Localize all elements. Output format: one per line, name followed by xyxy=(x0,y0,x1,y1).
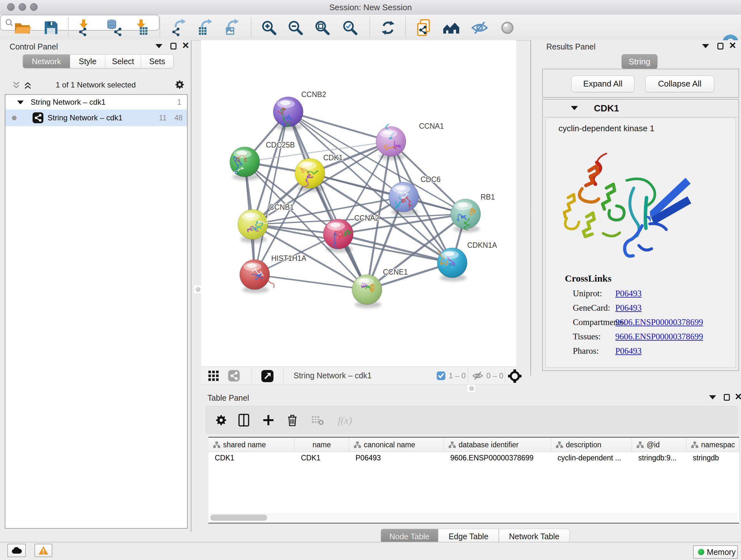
network-from-selection-icon[interactable] xyxy=(414,18,433,37)
hidden-eye-slash-icon xyxy=(472,371,484,382)
toolbar-separator xyxy=(68,17,69,37)
network-graph[interactable]: CCNB2 CCNA1 CDC25B CDK1 xyxy=(201,40,516,367)
network-node-CDK1[interactable] xyxy=(295,159,325,192)
crosslink-link[interactable]: P06493 xyxy=(615,287,642,301)
column-header-label: shared name xyxy=(223,441,266,449)
crosslink-row: Uniprot:P06493 xyxy=(546,287,736,301)
tab-network[interactable]: Network xyxy=(23,55,70,68)
export-network-icon[interactable] xyxy=(169,18,187,37)
memory-button[interactable]: Memory xyxy=(693,545,738,559)
scrollbar-thumb[interactable] xyxy=(210,515,267,521)
control-panel-close-icon[interactable]: ✕ xyxy=(182,42,189,50)
network-node-CDKN1A[interactable] xyxy=(437,248,467,281)
show-columns-icon[interactable] xyxy=(236,412,252,428)
column-header-namespac[interactable]: namespac xyxy=(686,438,739,452)
table-cell: CDK1 xyxy=(294,452,349,463)
tab-string[interactable]: String xyxy=(622,54,657,69)
column-header-canonical-name[interactable]: canonical name xyxy=(349,438,444,452)
warning-status-button[interactable] xyxy=(35,544,52,557)
import-table-icon[interactable] xyxy=(132,18,150,37)
network-collection-row[interactable]: String Network – cdk1 1 xyxy=(5,95,187,110)
network-node-CCNA1[interactable] xyxy=(376,124,406,160)
column-header-label: description xyxy=(566,441,601,449)
control-panel-float-icon[interactable] xyxy=(171,43,177,50)
results-panel-float-icon[interactable] xyxy=(718,43,724,50)
zoom-selected-icon[interactable] xyxy=(341,18,359,37)
selected-count-badge: 1 – 0 xyxy=(449,371,466,380)
import-database-icon[interactable] xyxy=(105,18,124,37)
cdk1-collapse-icon[interactable] xyxy=(571,106,578,110)
network-label: String Network – cdk1 xyxy=(48,110,123,126)
results-panel-menu-icon[interactable] xyxy=(702,44,709,48)
tab-network-table[interactable]: Network Table xyxy=(499,529,569,543)
tab-style[interactable]: Style xyxy=(70,55,105,68)
zoom-out-icon[interactable] xyxy=(286,18,305,37)
network-node-CCNA2[interactable] xyxy=(323,219,353,253)
delete-column-icon[interactable] xyxy=(284,412,300,428)
crosslink-link[interactable]: 9606.ENSP00000378699 xyxy=(615,315,703,329)
network-share-icon[interactable] xyxy=(228,370,240,383)
table-panel: Table Panel ✕ f(x) xyxy=(201,392,741,542)
table-horizontal-scrollbar[interactable] xyxy=(209,514,737,522)
hide-graphics-details-icon[interactable] xyxy=(470,18,489,37)
control-panel-title: Control Panel xyxy=(10,42,58,51)
column-header-label: database identifier xyxy=(459,441,519,449)
grid-view-icon[interactable] xyxy=(208,370,219,382)
network-canvas[interactable]: CCNB2 CCNA1 CDC25B CDK1 xyxy=(201,40,516,367)
expand-all-button[interactable]: Expand All xyxy=(571,76,634,92)
network-node-HIST1H1A[interactable] xyxy=(240,260,274,293)
column-header-name[interactable]: name xyxy=(294,438,349,452)
open-session-icon[interactable] xyxy=(13,18,31,37)
zoom-in-icon[interactable] xyxy=(260,18,278,37)
network-node-RB1[interactable] xyxy=(451,199,481,233)
network-node-CDC6[interactable] xyxy=(389,182,419,215)
collection-expand-icon[interactable] xyxy=(17,101,23,105)
selected-checkbox-icon[interactable] xyxy=(436,371,446,381)
table-row[interactable]: CDK1CDK1P064939606.ENSP00000378699cyclin… xyxy=(208,452,739,463)
crosslink-link[interactable]: P06493 xyxy=(615,344,642,358)
results-panel-close-icon[interactable]: ✕ xyxy=(729,42,736,50)
tab-edge-table[interactable]: Edge Table xyxy=(438,529,499,543)
layout-refresh-icon[interactable] xyxy=(379,18,397,37)
export-table-icon[interactable] xyxy=(195,18,214,37)
crosslink-link[interactable]: P06493 xyxy=(615,301,642,315)
network-node-CDC25B[interactable] xyxy=(230,147,260,180)
birdseye-view-icon[interactable] xyxy=(498,18,517,37)
column-header-database-identifier[interactable]: database identifier xyxy=(444,438,551,452)
open-in-window-icon[interactable] xyxy=(261,370,274,384)
title-bar: Session: New Session xyxy=(0,0,741,15)
network-options-gear-icon[interactable] xyxy=(174,79,185,91)
control-panel: Control Panel ✕ NetworkStyleSelectSets 1… xyxy=(0,40,192,532)
add-column-icon[interactable] xyxy=(260,412,276,428)
network-node-CCNB1[interactable] xyxy=(238,209,269,243)
import-network-icon[interactable] xyxy=(74,18,93,37)
horizontal-splitter-handle[interactable] xyxy=(467,384,476,393)
column-header--id[interactable]: @id xyxy=(632,438,686,452)
birdseye-crosshair-icon[interactable] xyxy=(508,369,522,384)
tab-sets[interactable]: Sets xyxy=(141,55,173,68)
network-node-CCNB2[interactable] xyxy=(273,97,303,130)
cdk1-details: cyclin-dependent kinase 1 xyxy=(545,118,736,368)
tab-node-table[interactable]: Node Table xyxy=(381,529,438,543)
table-options-gear-icon[interactable] xyxy=(213,412,229,428)
table-panel-close-icon[interactable]: ✕ xyxy=(735,393,741,401)
control-panel-menu-icon[interactable] xyxy=(155,44,162,48)
network-row-selected[interactable]: String Network – cdk1 11 48 xyxy=(5,110,187,126)
zoom-fit-icon[interactable] xyxy=(313,18,332,37)
table-panel-float-icon[interactable] xyxy=(724,394,730,401)
network-node-CCNE1[interactable] xyxy=(352,274,382,308)
cytoscape-window: { "window": { "title": "Session: New Ses… xyxy=(0,0,741,560)
table-cell: 9606.ENSP00000378699 xyxy=(444,452,551,463)
export-image-icon[interactable] xyxy=(222,18,240,37)
tab-select[interactable]: Select xyxy=(105,55,141,68)
cloud-status-button[interactable] xyxy=(7,544,26,557)
column-header-shared-name[interactable]: shared name xyxy=(208,438,294,452)
collapse-all-button[interactable]: Collapse All xyxy=(645,76,714,92)
column-header-description[interactable]: description xyxy=(551,438,632,452)
save-session-icon[interactable] xyxy=(42,18,60,37)
crosslink-link[interactable]: 9606.ENSP00000378699 xyxy=(615,329,703,344)
home-icon[interactable] xyxy=(442,18,461,37)
cdk1-section-header[interactable]: CDK1 xyxy=(543,100,738,117)
crosslinks-title: CrossLinks xyxy=(565,273,611,284)
table-panel-menu-icon[interactable] xyxy=(709,395,716,399)
